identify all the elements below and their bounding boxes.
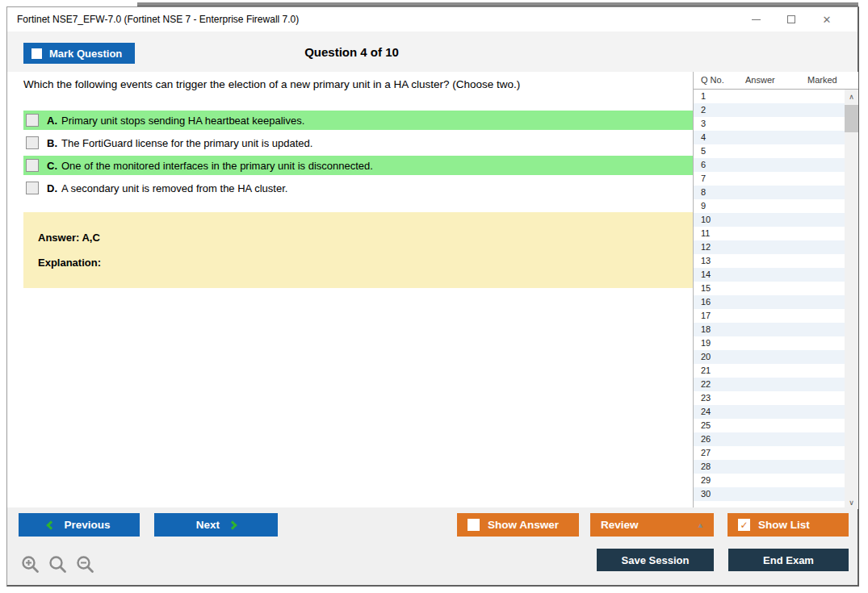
options-list: A. Primary unit stops sending HA heartbe… bbox=[23, 111, 694, 201]
list-item[interactable]: 5 bbox=[694, 144, 845, 158]
bottom-toolbar: Previous Next Show Answer Review ▲ ✓ Sho… bbox=[7, 507, 858, 585]
question-list-header: Q No. Answer Marked bbox=[694, 72, 858, 90]
list-item[interactable]: 22 bbox=[694, 378, 845, 391]
list-item[interactable]: 13 bbox=[694, 254, 845, 268]
end-exam-label: End Exam bbox=[763, 554, 814, 566]
zoom-reset-icon[interactable] bbox=[48, 554, 69, 575]
option-row-a[interactable]: A. Primary unit stops sending HA heartbe… bbox=[23, 111, 694, 130]
option-b-text: The FortiGuard license for the primary u… bbox=[61, 137, 312, 149]
show-answer-button[interactable]: Show Answer bbox=[457, 513, 579, 537]
list-item[interactable]: 21 bbox=[694, 364, 845, 378]
show-answer-label: Show Answer bbox=[488, 519, 559, 531]
caret-up-icon: ▲ bbox=[697, 521, 704, 529]
q-number: 16 bbox=[701, 297, 711, 307]
option-a-text: Primary unit stops sending HA heartbeat … bbox=[61, 115, 304, 127]
close-icon: ✕ bbox=[823, 15, 832, 25]
q-number: 20 bbox=[701, 352, 711, 361]
option-d-letter: D. bbox=[47, 182, 57, 194]
list-item[interactable]: 14 bbox=[694, 268, 845, 282]
scroll-up-icon[interactable]: ∧ bbox=[845, 90, 858, 103]
list-item[interactable]: 18 bbox=[694, 323, 845, 336]
list-item[interactable]: 28 bbox=[694, 460, 845, 474]
maximize-button[interactable] bbox=[785, 13, 798, 26]
scrollbar-thumb[interactable] bbox=[845, 105, 858, 132]
option-row-c[interactable]: C. One of the monitored interfaces in th… bbox=[23, 156, 694, 175]
zoom-in-icon[interactable] bbox=[20, 554, 41, 575]
list-item[interactable]: 24 bbox=[694, 405, 845, 419]
minimize-icon bbox=[752, 19, 761, 20]
list-item[interactable]: 30 bbox=[694, 487, 845, 501]
question-list-scrollbar[interactable]: ∧ ∨ bbox=[845, 90, 858, 509]
review-label: Review bbox=[601, 519, 639, 531]
list-item[interactable]: 26 bbox=[694, 432, 845, 446]
zoom-out-icon[interactable] bbox=[75, 554, 96, 575]
option-a-checkbox[interactable] bbox=[26, 114, 39, 127]
show-list-checkbox[interactable]: ✓ bbox=[738, 519, 750, 531]
list-item[interactable]: 4 bbox=[694, 131, 845, 144]
question-list-body: 1234567891011121314151617181920212223242… bbox=[694, 90, 845, 509]
option-c-text: One of the monitored interfaces in the p… bbox=[61, 160, 373, 172]
q-number: 28 bbox=[701, 461, 711, 471]
close-button[interactable]: ✕ bbox=[820, 13, 833, 26]
list-item[interactable]: 3 bbox=[694, 117, 845, 131]
q-number: 8 bbox=[701, 187, 706, 197]
list-item[interactable]: 19 bbox=[694, 336, 845, 350]
list-item[interactable]: 2 bbox=[694, 103, 845, 117]
list-item[interactable]: 6 bbox=[694, 158, 845, 172]
list-item[interactable]: 7 bbox=[694, 172, 845, 186]
show-answer-checkbox[interactable] bbox=[468, 519, 480, 531]
review-dropdown-button[interactable]: Review ▲ bbox=[590, 513, 714, 537]
q-number: 30 bbox=[701, 489, 711, 499]
q-number: 3 bbox=[701, 119, 706, 128]
list-item[interactable]: 29 bbox=[694, 474, 845, 487]
list-item[interactable]: 9 bbox=[694, 199, 845, 213]
previous-button[interactable]: Previous bbox=[19, 513, 140, 537]
end-exam-button[interactable]: End Exam bbox=[728, 549, 849, 571]
option-c-letter: C. bbox=[47, 160, 57, 172]
list-item[interactable]: 10 bbox=[694, 213, 845, 227]
q-number: 29 bbox=[701, 475, 711, 485]
q-number: 23 bbox=[701, 393, 711, 403]
list-item[interactable]: 23 bbox=[694, 391, 845, 405]
list-item[interactable]: 11 bbox=[694, 227, 845, 240]
option-b-checkbox[interactable] bbox=[26, 136, 39, 149]
answer-panel: Answer: A,C Explanation: bbox=[23, 212, 694, 288]
q-number: 15 bbox=[701, 283, 711, 293]
header-strip: Mark Question Question 4 of 10 bbox=[7, 31, 858, 72]
option-c-checkbox[interactable] bbox=[26, 159, 39, 172]
q-number: 18 bbox=[701, 324, 711, 334]
list-item[interactable]: 27 bbox=[694, 446, 845, 460]
next-button[interactable]: Next bbox=[154, 513, 278, 537]
list-item[interactable]: 20 bbox=[694, 350, 845, 364]
option-row-d[interactable]: D. A secondary unit is removed from the … bbox=[23, 178, 694, 198]
option-a-letter: A. bbox=[47, 115, 57, 127]
list-item[interactable]: 16 bbox=[694, 295, 845, 309]
q-number: 13 bbox=[701, 256, 711, 265]
q-number: 14 bbox=[701, 269, 711, 279]
show-list-button[interactable]: ✓ Show List bbox=[728, 513, 849, 537]
q-number: 2 bbox=[701, 105, 706, 115]
q-number: 4 bbox=[701, 132, 706, 142]
q-number: 27 bbox=[701, 448, 711, 457]
title-bar: Fortinet NSE7_EFW-7.0 (Fortinet NSE 7 - … bbox=[7, 7, 858, 31]
option-d-checkbox[interactable] bbox=[26, 182, 39, 194]
question-counter: Question 4 of 10 bbox=[7, 45, 696, 59]
list-item[interactable]: 8 bbox=[694, 186, 845, 199]
save-session-label: Save Session bbox=[622, 554, 690, 566]
minimize-button[interactable] bbox=[749, 13, 762, 26]
q-number: 21 bbox=[701, 365, 711, 375]
q-number: 17 bbox=[701, 311, 711, 320]
list-item[interactable]: 15 bbox=[694, 282, 845, 295]
list-item[interactable]: 1 bbox=[694, 90, 845, 103]
list-item[interactable]: 25 bbox=[694, 419, 845, 432]
next-label: Next bbox=[196, 519, 220, 531]
q-number: 19 bbox=[701, 338, 711, 348]
save-session-button[interactable]: Save Session bbox=[597, 549, 714, 571]
question-list-panel: Q No. Answer Marked 12345678910111213141… bbox=[693, 72, 858, 509]
maximize-icon bbox=[787, 15, 795, 23]
q-number: 7 bbox=[701, 173, 706, 183]
q-number: 1 bbox=[701, 91, 706, 101]
list-item[interactable]: 12 bbox=[694, 240, 845, 254]
list-item[interactable]: 17 bbox=[694, 309, 845, 323]
option-row-b[interactable]: B. The FortiGuard license for the primar… bbox=[23, 133, 694, 152]
